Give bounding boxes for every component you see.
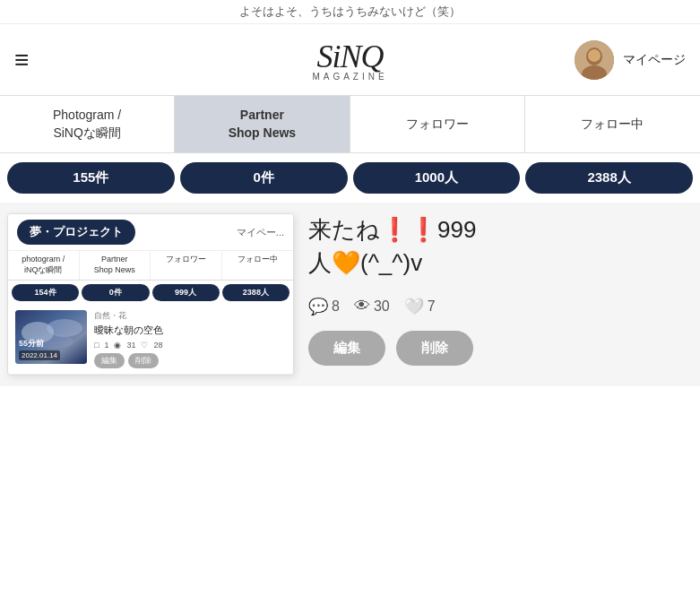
post-message-line2: 人🧡(^_^)v xyxy=(308,246,678,279)
mini-count-photogram: 154件 xyxy=(12,284,79,301)
view-icon: 👁 xyxy=(354,297,370,315)
mini-like-count: 28 xyxy=(153,341,162,350)
mini-post-stats: □ 1 ◉ 31 ♡ 28 xyxy=(94,341,286,350)
svg-point-3 xyxy=(588,49,601,62)
mini-tabs: photogram / iNQな瞬間 Partner Shop News フォロ… xyxy=(8,251,293,280)
delete-button[interactable]: 削除 xyxy=(396,331,473,366)
mini-delete-button[interactable]: 削除 xyxy=(128,353,159,368)
mini-heart-icon: ♡ xyxy=(141,341,148,350)
mini-counts: 154件 0件 999人 2388人 xyxy=(8,281,293,305)
app-header: ≡ SiNQ MAGAZINE マイページ xyxy=(0,24,700,96)
mini-tab-following[interactable]: フォロー中 xyxy=(222,251,294,279)
mini-count-followers: 999人 xyxy=(152,284,220,301)
mini-tab-photogram[interactable]: photogram / iNQな瞬間 xyxy=(8,251,80,279)
tab-partner-shop-label: Partner Shop News xyxy=(229,107,296,142)
hamburger-icon[interactable]: ≡ xyxy=(14,46,29,74)
header-right: マイページ xyxy=(575,40,686,80)
view-count: 30 xyxy=(374,298,390,315)
count-partner[interactable]: 0件 xyxy=(180,162,348,194)
tabs-row: Photogram / SiNQな瞬間 Partner Shop News フォ… xyxy=(0,96,700,153)
logo-text: SiNQ xyxy=(316,38,383,75)
mini-comment-count: 1 xyxy=(104,341,108,350)
post-message: 来たね❗❗999 人🧡(^_^)v xyxy=(308,213,678,279)
mini-view-count: 31 xyxy=(126,341,135,350)
count-photogram[interactable]: 155件 xyxy=(7,162,175,194)
mini-mypage-link[interactable]: マイペー... xyxy=(237,226,284,239)
view-stat: 👁 30 xyxy=(354,297,390,315)
mini-post-date: 2022.01.14 xyxy=(19,350,60,360)
logo-subtitle: MAGAZINE xyxy=(312,72,387,82)
mini-post: 55分前 2022.01.14 自然・花 曖昧な朝の空色 □ 1 ◉ 31 ♡ … xyxy=(8,305,293,375)
mini-count-partner: 0件 xyxy=(82,284,149,301)
tab-partner-shop[interactable]: Partner Shop News xyxy=(175,96,350,152)
like-count: 7 xyxy=(428,298,436,315)
svg-point-6 xyxy=(47,319,82,337)
notification-bar: よそはよそ、うちはうちみないけど（笑） xyxy=(0,0,700,24)
mini-header: 夢・プロジェクト マイペー... xyxy=(8,214,293,251)
mini-dream-badge[interactable]: 夢・プロジェクト xyxy=(17,220,135,245)
tab-following[interactable]: フォロー中 xyxy=(525,96,700,152)
tab-photogram[interactable]: Photogram / SiNQな瞬間 xyxy=(0,96,175,152)
mini-view-icon: ◉ xyxy=(114,341,121,350)
mini-post-actions: 編集 削除 xyxy=(94,353,286,368)
count-followers[interactable]: 1000人 xyxy=(353,162,521,194)
comment-icon: 💬 xyxy=(308,297,328,316)
count-following[interactable]: 2388人 xyxy=(525,162,693,194)
mini-edit-button[interactable]: 編集 xyxy=(94,353,125,368)
mini-post-title: 曖昧な朝の空色 xyxy=(94,324,286,337)
tab-followers-label: フォロワー xyxy=(406,116,469,134)
right-panel: 来たね❗❗999 人🧡(^_^)v 💬 8 👁 30 🤍 7 編集 削除 xyxy=(294,213,693,375)
like-stat: 🤍 7 xyxy=(404,297,436,316)
mini-comment-icon: □ xyxy=(94,341,99,350)
main-content: 夢・プロジェクト マイペー... photogram / iNQな瞬間 Part… xyxy=(0,203,700,385)
edit-button[interactable]: 編集 xyxy=(308,331,385,366)
left-panel: 夢・プロジェクト マイペー... photogram / iNQな瞬間 Part… xyxy=(7,213,294,375)
tab-followers[interactable]: フォロワー xyxy=(350,96,525,152)
post-stats: 💬 8 👁 30 🤍 7 xyxy=(308,297,678,316)
mini-tab-followers[interactable]: フォロワー xyxy=(151,251,222,279)
mini-post-image: 55分前 2022.01.14 xyxy=(15,310,87,364)
mini-post-category: 自然・花 xyxy=(94,310,286,322)
notification-text: よそはよそ、うちはうちみないけど（笑） xyxy=(239,4,461,18)
avatar[interactable] xyxy=(575,40,614,80)
heart-icon: 🤍 xyxy=(404,297,424,316)
mypage-label[interactable]: マイページ xyxy=(623,52,686,68)
logo-area: SiNQ MAGAZINE xyxy=(312,38,387,82)
counts-row: 155件 0件 1000人 2388人 xyxy=(0,153,700,203)
post-message-line1: 来たね❗❗999 xyxy=(308,213,678,246)
mini-post-content: 自然・花 曖昧な朝の空色 □ 1 ◉ 31 ♡ 28 編集 削除 xyxy=(94,310,286,368)
tab-photogram-label: Photogram / SiNQな瞬間 xyxy=(53,107,121,142)
tab-following-label: フォロー中 xyxy=(581,116,644,134)
mini-tab-partner[interactable]: Partner Shop News xyxy=(80,251,151,279)
mini-post-time: 55分前 xyxy=(19,338,44,350)
mini-count-following: 2388人 xyxy=(222,284,290,301)
comment-stat: 💬 8 xyxy=(308,297,340,316)
avatar-image xyxy=(575,40,614,80)
post-actions: 編集 削除 xyxy=(308,331,678,366)
comment-count: 8 xyxy=(332,298,340,315)
